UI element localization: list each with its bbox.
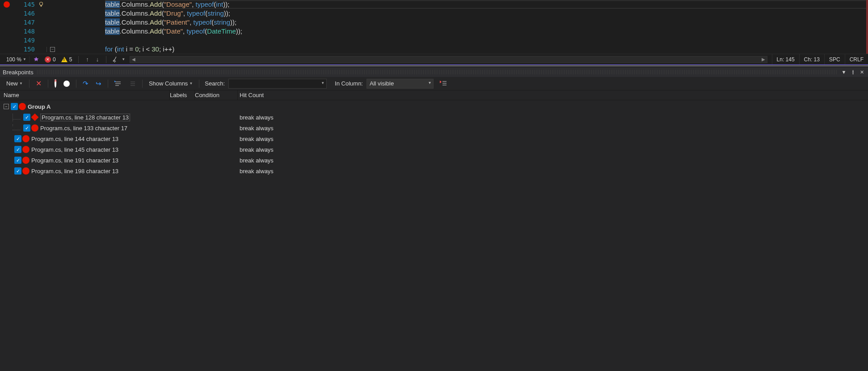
enable-all-button[interactable]	[61, 80, 72, 88]
go-to-disassembly-button[interactable]	[126, 80, 139, 88]
code-line[interactable]: 149	[0, 36, 868, 45]
filled-circle-icon	[63, 81, 70, 87]
breakpoint-row[interactable]: ✓Program.cs, line 191 character 13break …	[0, 155, 868, 166]
breakpoint-checkbox[interactable]: ✓	[11, 103, 18, 110]
breakpoint-label: Program.cs, line 198 character 13	[31, 168, 118, 175]
breakpoint-row[interactable]: ✓Program.cs, line 145 character 13break …	[0, 144, 868, 155]
column-header-name[interactable]: Name	[0, 90, 170, 100]
code-content[interactable]: table.Columns.Add("Patient", typeof(stri…	[105, 18, 236, 26]
code-editor[interactable]: 145table.Columns.Add("Dosage", typeof(in…	[0, 0, 868, 54]
indent-indicator[interactable]: SPC	[824, 54, 845, 64]
code-line[interactable]: 150−for (int i = 0; i < 30; i++)	[0, 45, 868, 54]
code-line[interactable]: 148table.Columns.Add("Date", typeof(Date…	[0, 27, 868, 36]
column-header-labels[interactable]: Labels	[170, 90, 195, 100]
zoom-dropdown[interactable]: 100 % ▼	[4, 56, 29, 63]
breakpoint-checkbox[interactable]: ✓	[14, 146, 21, 153]
breakpoint-icon	[22, 167, 29, 175]
nav-down-button[interactable]: ↓	[93, 56, 102, 63]
search-input[interactable]	[228, 79, 327, 89]
close-icon[interactable]: ✕	[858, 68, 865, 76]
collapse-icon[interactable]: −	[4, 104, 9, 109]
window-position-button[interactable]: ▼	[840, 68, 847, 76]
chevron-down-icon: ▼	[19, 81, 23, 85]
column-header-condition[interactable]: Condition	[195, 90, 238, 100]
breakpoint-name-cell: ✓Program.cs, line 145 character 13	[0, 146, 170, 153]
breakpoints-panel: Breakpoints ▼ ✕ New ▼ ✕ ✕ ↷ ↪	[0, 67, 868, 371]
breakpoints-column-headers: Name Labels Condition Hit Count	[0, 90, 868, 100]
breakpoint-checkbox[interactable]: ✓	[14, 157, 21, 164]
new-breakpoint-button[interactable]: New ▼	[4, 79, 25, 88]
column-header-hitcount[interactable]: Hit Count	[238, 92, 868, 98]
breakpoint-checkbox[interactable]: ✓	[23, 124, 30, 132]
code-content[interactable]: for (int i = 0; i < 30; i++)	[105, 45, 174, 53]
eol-indicator[interactable]: CRLF	[845, 54, 868, 64]
breakpoints-toolbar: New ▼ ✕ ✕ ↷ ↪ Show Columns ▼ Search: ▼	[0, 77, 868, 90]
breakpoint-icon[interactable]	[4, 1, 10, 8]
lightbulb-margin[interactable]	[36, 1, 46, 8]
import-button[interactable]: ↪	[93, 79, 104, 89]
panel-title-bar[interactable]: Breakpoints ▼ ✕	[0, 67, 868, 77]
breakpoint-label: Program.cs, line 133 character 17	[40, 125, 127, 132]
pin-icon[interactable]	[849, 68, 856, 76]
export-button[interactable]: ↷	[80, 79, 91, 89]
breakpoint-name-cell: ✓Program.cs, line 191 character 13	[0, 157, 170, 164]
code-content[interactable]: table.Columns.Add("Drug", typeof(string)…	[105, 9, 230, 17]
show-columns-dropdown[interactable]: Show Columns ▼	[146, 79, 195, 88]
code-line[interactable]: 147table.Columns.Add("Patient", typeof(s…	[0, 18, 868, 27]
horizontal-scrollbar[interactable]: ◀ ▶	[130, 56, 767, 63]
scroll-right-button[interactable]: ▶	[760, 56, 767, 63]
breakpoint-checkbox[interactable]: ✓	[14, 135, 21, 142]
line-number: 147	[13, 19, 36, 26]
glyph-margin[interactable]	[0, 1, 13, 8]
breakpoint-row[interactable]: ✓Program.cs, line 133 character 17break …	[0, 123, 868, 133]
breakpoint-row[interactable]: ✓Program.cs, line 128 character 13break …	[0, 112, 868, 123]
outline-collapse-icon[interactable]: −	[50, 47, 55, 52]
breakpoint-name-cell: ✓Program.cs, line 133 character 17	[0, 124, 170, 132]
code-line[interactable]: 145table.Columns.Add("Dosage", typeof(in…	[0, 0, 868, 9]
breakpoint-checkbox[interactable]: ✓	[14, 167, 21, 175]
separator	[199, 80, 199, 88]
separator	[142, 80, 143, 88]
line-number: 148	[13, 28, 36, 35]
line-indicator[interactable]: Ln: 145	[772, 54, 799, 64]
editor-status-bar: 100 % ▼ ✕ 0 5 ↑ ↓ ▼ ◀ ▶ Ln: 145 Ch: 13 S…	[0, 54, 868, 64]
code-content[interactable]: table.Columns.Add("Dosage", typeof(int))…	[105, 0, 229, 9]
breakpoint-label: Program.cs, line 144 character 13	[31, 136, 118, 142]
warning-count[interactable]: 5	[59, 56, 74, 63]
breakpoint-hitcount-cell: break always	[238, 146, 868, 153]
in-column-label: In Column:	[329, 80, 365, 87]
nav-up-button[interactable]: ↑	[83, 56, 92, 63]
warning-count-value: 5	[69, 56, 72, 63]
editor-marker-bar	[866, 0, 868, 54]
breakpoint-checkbox[interactable]: ✓	[23, 114, 30, 121]
disable-all-button[interactable]: ✕	[52, 79, 59, 88]
delete-breakpoint-button[interactable]: ✕	[33, 78, 44, 89]
breakpoint-row[interactable]: ✓Program.cs, line 144 character 13break …	[0, 133, 868, 144]
breakpoint-name-cell: ✓Program.cs, line 128 character 13	[0, 114, 170, 121]
code-content[interactable]: table.Columns.Add("Date", typeof(DateTim…	[105, 27, 242, 35]
error-count-value: 0	[53, 56, 56, 63]
lightbulb-icon[interactable]	[38, 1, 44, 8]
chevron-down-icon[interactable]: ▼	[122, 57, 125, 61]
import-icon: ↪	[96, 80, 101, 88]
health-indicator-icon[interactable]	[31, 56, 41, 63]
breakpoint-label: Program.cs, line 191 character 13	[31, 157, 118, 164]
search-label: Search:	[203, 80, 227, 87]
breakpoint-row[interactable]: ✓Program.cs, line 198 character 13break …	[0, 166, 868, 176]
code-line[interactable]: 146table.Columns.Add("Drug", typeof(stri…	[0, 9, 868, 18]
warning-icon	[61, 57, 67, 62]
outline-margin[interactable]: −	[46, 47, 58, 52]
go-to-source-button[interactable]	[112, 80, 124, 88]
clear-search-button[interactable]	[435, 80, 450, 88]
breakpoint-icon	[31, 124, 38, 132]
breakpoint-group-row[interactable]: −✓Group A	[0, 101, 868, 112]
in-column-dropdown[interactable]: All visible	[367, 79, 434, 89]
char-indicator[interactable]: Ch: 13	[799, 54, 824, 64]
panel-title-grip[interactable]	[37, 70, 837, 74]
chevron-down-icon[interactable]: ▼	[321, 81, 324, 85]
error-count[interactable]: ✕ 0	[43, 56, 58, 63]
code-cleanup-button[interactable]	[111, 56, 120, 63]
separator	[29, 80, 29, 88]
breakpoint-hitcount-cell: break always	[238, 114, 868, 121]
scroll-left-button[interactable]: ◀	[130, 56, 137, 63]
